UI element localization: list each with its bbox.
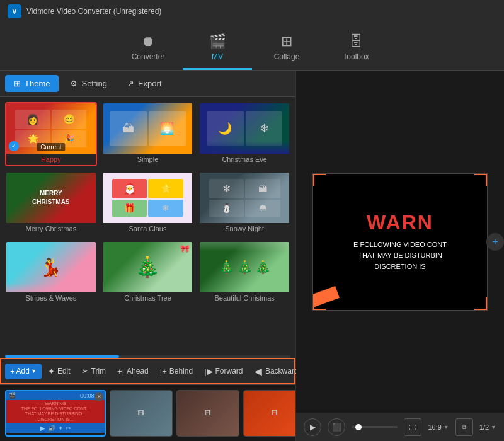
theme-snowy-night-label: Snowy Night xyxy=(200,223,289,234)
aspect-ratio-caret-icon: ▼ xyxy=(444,424,449,430)
stop-button[interactable]: ⬛ xyxy=(328,418,345,436)
titlebar: V Vidmore Video Converter (Unregistered) xyxy=(0,0,504,23)
theme-merry-christmas-thumb: MERRYCHRISTMAS xyxy=(6,173,96,223)
behind-button[interactable]: |+ Behind xyxy=(155,364,198,379)
behind-label: Behind xyxy=(169,367,193,375)
theme-merry-christmas[interactable]: MERRYCHRISTMAS Merry Christmas xyxy=(5,171,97,236)
nav-item-toolbox[interactable]: 🗄 Toolbox xyxy=(321,26,391,70)
trim-icon: ✂ xyxy=(82,367,89,376)
preview-warning-text: E FOLLOWING VIDEO CONT THAT MAY BE DISTU… xyxy=(353,239,447,273)
nav-label-converter: Converter xyxy=(132,52,165,61)
nav-item-mv[interactable]: 🎬 MV xyxy=(183,26,252,70)
theme-grid: 👩 😊 🌟 🎉 Current ✓ Happy xyxy=(0,97,295,355)
timeline-clip-2[interactable]: 🎞 xyxy=(176,390,239,437)
theme-snowy-night[interactable]: ❄ 🏔 ⛄ 🌨 Snowy Night xyxy=(198,171,290,236)
subtabs: ⊞ Theme ⚙ Setting ↗ Export xyxy=(0,71,295,97)
theme-happy[interactable]: 👩 😊 🌟 🎉 Current ✓ Happy xyxy=(5,102,97,166)
tab-export[interactable]: ↗ Export xyxy=(118,75,171,92)
theme-simple[interactable]: 🏔 🌅 Simple xyxy=(102,102,194,166)
nav-label-toolbox: Toolbox xyxy=(343,52,369,61)
theme-tab-icon: ⊞ xyxy=(14,79,21,88)
add-button[interactable]: + Add ▼ xyxy=(5,364,42,379)
theme-merry-christmas-label: Merry Christmas xyxy=(6,223,96,234)
clip-warning-text: WARNINGTHE FOLLOWING VIDEO CONT...THAT M… xyxy=(6,400,105,424)
edit-icon: ✦ xyxy=(48,367,55,376)
progress-bar[interactable] xyxy=(352,426,398,428)
theme-stripes-waves[interactable]: 💃 Stripes & Waves xyxy=(5,241,97,305)
preview-area: WARN E FOLLOWING VIDEO CONT THAT MAY BE … xyxy=(296,71,504,413)
nav-label-collage: Collage xyxy=(274,52,300,61)
mv-icon: 🎬 xyxy=(209,33,226,50)
preview-line1: E FOLLOWING VIDEO CONT xyxy=(353,241,447,248)
theme-santa-claus-label: Santa Claus xyxy=(103,223,193,234)
tab-setting[interactable]: ⚙ Setting xyxy=(61,75,115,92)
clip-volume-icon[interactable]: 🔊 xyxy=(48,425,55,432)
clip-close-button[interactable]: ✕ xyxy=(94,392,103,401)
export-tab-label: Export xyxy=(138,79,162,88)
clip-play-icon[interactable]: ▶ xyxy=(40,425,45,432)
timeline-clip-1[interactable]: 🎞 xyxy=(110,390,173,437)
setting-tab-icon: ⚙ xyxy=(70,79,77,88)
add-caret-icon: ▼ xyxy=(31,368,37,374)
corner-tl xyxy=(313,174,326,186)
ahead-icon: +| xyxy=(117,367,124,376)
theme-beautiful-christmas[interactable]: 🎄 🎄 🎄 Beautiful Christmas xyxy=(198,241,290,305)
timeline-clip-main[interactable]: 🎬 00:08:58 WARNINGTHE FOLLOWING VIDEO CO… xyxy=(5,390,106,437)
backward-button[interactable]: ◀| Backward xyxy=(249,364,304,379)
top-navigation: ⏺ Converter 🎬 MV ⊞ Collage 🗄 Toolbox xyxy=(0,23,504,71)
quality-caret-icon: ▼ xyxy=(491,424,496,430)
quality-label: 1/2 xyxy=(479,423,489,431)
clip-scissors-icon[interactable]: ✂ xyxy=(66,425,71,432)
theme-christmas-tree[interactable]: 🎄 🎀 Christmas Tree xyxy=(102,241,194,305)
clip-header: 🎬 00:08:58 xyxy=(6,391,105,400)
theme-santa-claus-thumb: 🎅 ⭐ 🎁 ❄ xyxy=(103,173,193,223)
timeline-clip-3[interactable]: 🎞 xyxy=(243,390,295,437)
theme-stripes-waves-thumb: 💃 xyxy=(6,242,96,292)
theme-christmas-tree-thumb: 🎄 🎀 xyxy=(103,242,193,292)
timeline: 🎬 00:08:58 WARNINGTHE FOLLOWING VIDEO CO… xyxy=(0,384,295,441)
app-title: Vidmore Video Converter (Unregistered) xyxy=(26,7,161,16)
left-panel: ⊞ Theme ⚙ Setting ↗ Export 👩 😊 xyxy=(0,71,296,441)
right-panel: WARN E FOLLOWING VIDEO CONT THAT MAY BE … xyxy=(296,71,504,441)
main-content: ⊞ Theme ⚙ Setting ↗ Export 👩 😊 xyxy=(0,71,504,441)
ahead-button[interactable]: +| Ahead xyxy=(112,364,154,379)
forward-icon: |▶ xyxy=(204,367,212,376)
theme-happy-thumb: 👩 😊 🌟 🎉 Current ✓ xyxy=(6,103,96,154)
theme-christmas-eve-label: Christmas Eve xyxy=(200,154,289,165)
clip-star-icon[interactable]: ✦ xyxy=(58,425,63,432)
quality-dropdown[interactable]: 1/2 ▼ xyxy=(479,423,496,431)
nav-item-converter[interactable]: ⏺ Converter xyxy=(113,26,183,70)
forward-button[interactable]: |▶ Forward xyxy=(199,364,248,379)
pip-button[interactable]: ⧉ xyxy=(455,418,473,436)
trim-button[interactable]: ✂ Trim xyxy=(77,364,112,379)
fullscreen-button[interactable]: ⛶ xyxy=(404,418,421,436)
toolbox-icon: 🗄 xyxy=(349,33,363,50)
theme-simple-thumb: 🏔 🌅 xyxy=(103,103,193,154)
setting-tab-label: Setting xyxy=(81,79,106,88)
converter-icon: ⏺ xyxy=(141,33,155,50)
nav-item-collage[interactable]: ⊞ Collage xyxy=(252,26,321,70)
theme-simple-label: Simple xyxy=(103,154,193,165)
selected-checkmark: ✓ xyxy=(9,141,19,151)
theme-christmas-eve-thumb: 🌙 ❄ xyxy=(200,103,289,154)
corner-tr xyxy=(474,174,487,186)
theme-beautiful-christmas-thumb: 🎄 🎄 🎄 xyxy=(200,242,289,292)
play-button[interactable]: ▶ xyxy=(304,418,321,436)
preview-content: WARN E FOLLOWING VIDEO CONT THAT MAY BE … xyxy=(347,205,453,279)
aspect-ratio-label: 16:9 xyxy=(428,423,441,431)
preview-warning-title: WARN xyxy=(353,211,447,234)
preview-screen: WARN E FOLLOWING VIDEO CONT THAT MAY BE … xyxy=(312,173,488,311)
preview-line3: DISCRETION IS xyxy=(374,263,425,270)
preview-add-button[interactable]: + xyxy=(486,233,504,251)
tab-theme[interactable]: ⊞ Theme xyxy=(5,75,59,92)
theme-christmas-eve[interactable]: 🌙 ❄ Christmas Eve xyxy=(198,102,290,166)
trim-label: Trim xyxy=(91,367,106,375)
aspect-ratio-dropdown[interactable]: 16:9 ▼ xyxy=(428,423,449,431)
backward-icon: ◀| xyxy=(255,367,263,376)
add-icon: + xyxy=(10,367,15,376)
nav-label-mv: MV xyxy=(212,52,223,61)
edit-button[interactable]: ✦ Edit xyxy=(43,364,76,379)
theme-snowy-night-thumb: ❄ 🏔 ⛄ 🌨 xyxy=(200,173,289,223)
corner-br xyxy=(474,297,487,310)
theme-santa-claus[interactable]: 🎅 ⭐ 🎁 ❄ Santa Claus xyxy=(102,171,194,236)
